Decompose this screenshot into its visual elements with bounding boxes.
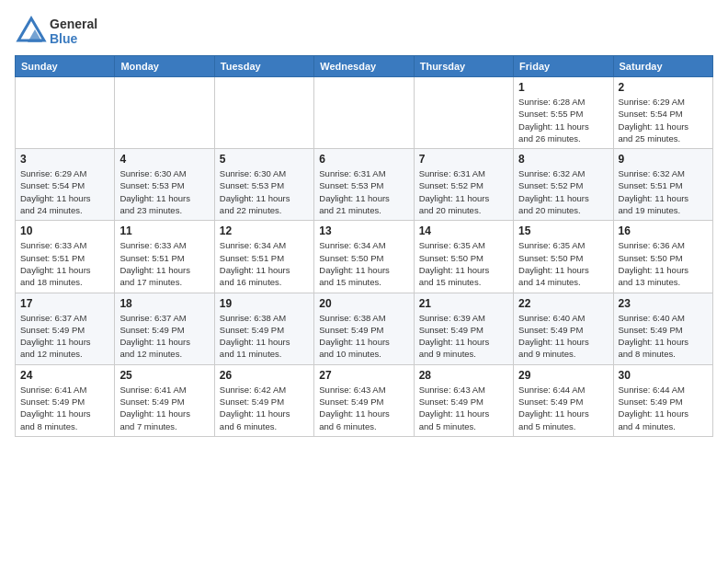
- calendar-day-cell: 27Sunrise: 6:43 AM Sunset: 5:49 PM Dayli…: [314, 364, 414, 436]
- calendar-day-cell: 2Sunrise: 6:29 AM Sunset: 5:54 PM Daylig…: [613, 77, 712, 149]
- day-info: Sunrise: 6:37 AM Sunset: 5:49 PM Dayligh…: [119, 312, 209, 361]
- weekday-header-saturday: Saturday: [613, 56, 712, 77]
- calendar-day-cell: 11Sunrise: 6:33 AM Sunset: 5:51 PM Dayli…: [115, 221, 214, 293]
- day-number: 5: [220, 153, 309, 166]
- calendar-day-cell: 13Sunrise: 6:34 AM Sunset: 5:50 PM Dayli…: [314, 221, 414, 293]
- calendar-day-cell: 9Sunrise: 6:32 AM Sunset: 5:51 PM Daylig…: [613, 149, 712, 221]
- day-info: Sunrise: 6:37 AM Sunset: 5:49 PM Dayligh…: [20, 312, 109, 361]
- calendar-week-row: 17Sunrise: 6:37 AM Sunset: 5:49 PM Dayli…: [16, 293, 713, 364]
- day-info: Sunrise: 6:40 AM Sunset: 5:49 PM Dayligh…: [619, 312, 708, 361]
- day-number: 8: [518, 153, 608, 166]
- calendar-day-cell: 15Sunrise: 6:35 AM Sunset: 5:50 PM Dayli…: [514, 221, 613, 293]
- calendar-day-cell: 10Sunrise: 6:33 AM Sunset: 5:51 PM Dayli…: [16, 221, 115, 293]
- day-info: Sunrise: 6:29 AM Sunset: 5:54 PM Dayligh…: [619, 96, 708, 144]
- day-number: 11: [119, 224, 209, 237]
- day-info: Sunrise: 6:30 AM Sunset: 5:53 PM Dayligh…: [119, 167, 209, 216]
- day-number: 16: [619, 224, 708, 237]
- calendar-week-row: 24Sunrise: 6:41 AM Sunset: 5:49 PM Dayli…: [16, 364, 713, 436]
- day-number: 7: [419, 153, 508, 166]
- weekday-header-tuesday: Tuesday: [214, 56, 313, 77]
- day-number: 14: [419, 224, 508, 237]
- calendar-day-cell: [214, 77, 313, 149]
- calendar-table: SundayMondayTuesdayWednesdayThursdayFrid…: [15, 55, 713, 437]
- day-info: Sunrise: 6:43 AM Sunset: 5:49 PM Dayligh…: [319, 384, 408, 432]
- day-info: Sunrise: 6:30 AM Sunset: 5:53 PM Dayligh…: [220, 167, 309, 216]
- day-number: 24: [20, 369, 109, 382]
- calendar-week-row: 1Sunrise: 6:28 AM Sunset: 5:55 PM Daylig…: [16, 77, 713, 149]
- calendar-day-cell: 6Sunrise: 6:31 AM Sunset: 5:53 PM Daylig…: [314, 149, 414, 221]
- calendar-day-cell: 16Sunrise: 6:36 AM Sunset: 5:50 PM Dayli…: [613, 221, 712, 293]
- calendar-day-cell: [414, 77, 513, 149]
- day-info: Sunrise: 6:41 AM Sunset: 5:49 PM Dayligh…: [119, 384, 209, 432]
- day-number: 15: [518, 224, 608, 237]
- calendar-day-cell: 7Sunrise: 6:31 AM Sunset: 5:52 PM Daylig…: [414, 149, 513, 221]
- day-number: 20: [319, 297, 408, 310]
- day-number: 13: [319, 224, 408, 237]
- calendar-day-cell: [115, 77, 214, 149]
- weekday-header-row: SundayMondayTuesdayWednesdayThursdayFrid…: [16, 56, 713, 77]
- calendar-day-cell: 12Sunrise: 6:34 AM Sunset: 5:51 PM Dayli…: [214, 221, 313, 293]
- day-number: 30: [619, 369, 708, 382]
- calendar-day-cell: 26Sunrise: 6:42 AM Sunset: 5:49 PM Dayli…: [214, 364, 313, 436]
- calendar-day-cell: [16, 77, 115, 149]
- day-info: Sunrise: 6:32 AM Sunset: 5:52 PM Dayligh…: [518, 167, 608, 216]
- weekday-header-monday: Monday: [115, 56, 214, 77]
- day-number: 2: [619, 81, 708, 94]
- calendar-day-cell: 25Sunrise: 6:41 AM Sunset: 5:49 PM Dayli…: [115, 364, 214, 436]
- day-number: 26: [220, 369, 309, 382]
- day-info: Sunrise: 6:40 AM Sunset: 5:49 PM Dayligh…: [518, 312, 608, 361]
- day-number: 19: [220, 297, 309, 310]
- calendar-day-cell: 5Sunrise: 6:30 AM Sunset: 5:53 PM Daylig…: [214, 149, 313, 221]
- calendar-week-row: 3Sunrise: 6:29 AM Sunset: 5:54 PM Daylig…: [16, 149, 713, 221]
- day-info: Sunrise: 6:38 AM Sunset: 5:49 PM Dayligh…: [220, 312, 309, 361]
- day-info: Sunrise: 6:44 AM Sunset: 5:49 PM Dayligh…: [518, 384, 608, 432]
- weekday-header-sunday: Sunday: [16, 56, 115, 77]
- day-number: 9: [619, 153, 708, 166]
- calendar-day-cell: 8Sunrise: 6:32 AM Sunset: 5:52 PM Daylig…: [514, 149, 613, 221]
- calendar-day-cell: 29Sunrise: 6:44 AM Sunset: 5:49 PM Dayli…: [514, 364, 613, 436]
- weekday-header-friday: Friday: [514, 56, 613, 77]
- day-number: 12: [220, 224, 309, 237]
- day-info: Sunrise: 6:28 AM Sunset: 5:55 PM Dayligh…: [518, 96, 608, 144]
- day-number: 6: [319, 153, 408, 166]
- logo-icon: [15, 15, 48, 48]
- logo-general-text: General: [50, 17, 97, 31]
- calendar-day-cell: 28Sunrise: 6:43 AM Sunset: 5:49 PM Dayli…: [414, 364, 513, 436]
- day-number: 23: [619, 297, 708, 310]
- day-info: Sunrise: 6:42 AM Sunset: 5:49 PM Dayligh…: [220, 384, 309, 432]
- calendar-day-cell: 4Sunrise: 6:30 AM Sunset: 5:53 PM Daylig…: [115, 149, 214, 221]
- logo-blue-text: Blue: [50, 31, 97, 46]
- calendar-day-cell: 14Sunrise: 6:35 AM Sunset: 5:50 PM Dayli…: [414, 221, 513, 293]
- calendar-day-cell: 1Sunrise: 6:28 AM Sunset: 5:55 PM Daylig…: [514, 77, 613, 149]
- day-info: Sunrise: 6:31 AM Sunset: 5:53 PM Dayligh…: [319, 167, 408, 216]
- day-number: 17: [20, 297, 109, 310]
- weekday-header-thursday: Thursday: [414, 56, 513, 77]
- day-number: 21: [419, 297, 508, 310]
- day-number: 3: [20, 153, 109, 166]
- day-info: Sunrise: 6:32 AM Sunset: 5:51 PM Dayligh…: [619, 167, 708, 216]
- day-number: 25: [119, 369, 209, 382]
- weekday-header-wednesday: Wednesday: [314, 56, 414, 77]
- day-number: 10: [20, 224, 109, 237]
- day-info: Sunrise: 6:34 AM Sunset: 5:50 PM Dayligh…: [319, 239, 408, 288]
- day-info: Sunrise: 6:35 AM Sunset: 5:50 PM Dayligh…: [518, 239, 608, 288]
- calendar-day-cell: 17Sunrise: 6:37 AM Sunset: 5:49 PM Dayli…: [16, 293, 115, 364]
- day-info: Sunrise: 6:33 AM Sunset: 5:51 PM Dayligh…: [119, 239, 209, 288]
- day-info: Sunrise: 6:44 AM Sunset: 5:49 PM Dayligh…: [619, 384, 708, 432]
- day-info: Sunrise: 6:43 AM Sunset: 5:49 PM Dayligh…: [419, 384, 508, 432]
- day-number: 1: [518, 81, 608, 94]
- page-header: General Blue: [15, 15, 713, 48]
- day-info: Sunrise: 6:33 AM Sunset: 5:51 PM Dayligh…: [20, 239, 109, 288]
- day-info: Sunrise: 6:29 AM Sunset: 5:54 PM Dayligh…: [20, 167, 109, 216]
- day-info: Sunrise: 6:38 AM Sunset: 5:49 PM Dayligh…: [319, 312, 408, 361]
- day-number: 22: [518, 297, 608, 310]
- calendar-day-cell: 20Sunrise: 6:38 AM Sunset: 5:49 PM Dayli…: [314, 293, 414, 364]
- calendar-day-cell: 21Sunrise: 6:39 AM Sunset: 5:49 PM Dayli…: [414, 293, 513, 364]
- day-info: Sunrise: 6:36 AM Sunset: 5:50 PM Dayligh…: [619, 239, 708, 288]
- day-info: Sunrise: 6:31 AM Sunset: 5:52 PM Dayligh…: [419, 167, 508, 216]
- calendar-day-cell: 24Sunrise: 6:41 AM Sunset: 5:49 PM Dayli…: [16, 364, 115, 436]
- day-info: Sunrise: 6:39 AM Sunset: 5:49 PM Dayligh…: [419, 312, 508, 361]
- calendar-day-cell: 22Sunrise: 6:40 AM Sunset: 5:49 PM Dayli…: [514, 293, 613, 364]
- day-number: 27: [319, 369, 408, 382]
- day-number: 18: [119, 297, 209, 310]
